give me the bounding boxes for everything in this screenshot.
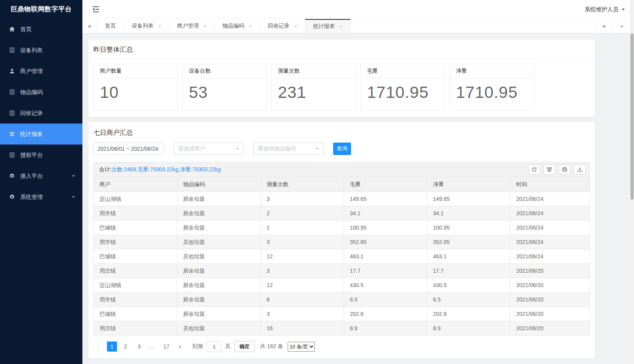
page-unit-label: 页 <box>225 343 231 350</box>
prev-page-button[interactable]: ‹ <box>93 341 103 352</box>
cell-net-weight: 463.1 <box>427 249 510 264</box>
cell-item-code: 厨余垃圾 <box>177 293 261 307</box>
stat-card-label: 毛重 <box>361 64 444 78</box>
cell-item-code: 其他垃圾 <box>177 321 261 335</box>
table-row: 周庄镇 其他垃圾 16 8.9 8.9 2021/06/20 <box>94 321 590 335</box>
tab[interactable]: 统计报表 × <box>305 19 351 33</box>
stat-card-label: 测量次数 <box>272 64 355 78</box>
cell-net-weight: 17.7 <box>427 264 510 278</box>
cell-measure-count: 2 <box>261 206 344 221</box>
totals-text: 合计:次数:2469,毛重:70303.22kg,净重:70303.22kg <box>99 166 221 173</box>
page-number-button[interactable]: 3 <box>134 341 144 352</box>
goto-page-input[interactable] <box>206 341 222 352</box>
tabs-scroll-right-button[interactable]: » <box>595 19 613 33</box>
table-tool-button[interactable] <box>574 164 586 175</box>
sidebar-item[interactable]: 接入平台 <box>0 165 82 186</box>
page-number-button[interactable]: ... <box>148 341 158 352</box>
table-tool-button[interactable] <box>559 164 571 175</box>
cell-measure-count: 3 <box>261 192 344 206</box>
sidebar-item-label: 物品编码 <box>20 89 43 96</box>
scrollbar-thumb[interactable] <box>631 33 634 200</box>
table-column-header: 毛重 <box>344 177 427 192</box>
stat-card-label: 设备台数 <box>183 64 266 78</box>
table-tool-button[interactable] <box>543 164 555 175</box>
cell-net-weight: 352.85 <box>427 235 510 249</box>
tab[interactable]: 设备列表 × <box>124 19 169 33</box>
collapse-sidebar-icon[interactable] <box>92 5 100 14</box>
table-header-row: 商户 物品编码 测量次数 毛重 净重 时间 <box>94 177 590 192</box>
vertical-scrollbar <box>630 0 634 364</box>
sidebar-item[interactable]: 商户管理 <box>0 61 82 82</box>
export-icon <box>577 167 583 172</box>
tab-label: 商户管理 <box>177 23 199 30</box>
page-number-button[interactable]: 2 <box>121 341 131 352</box>
stat-card-label: 商户数量 <box>94 64 177 78</box>
table-row: 淀山湖镇 厨余垃圾 12 430.5 430.5 2021/06/20 <box>94 278 590 293</box>
sidebar-item[interactable]: 物品编码 <box>0 82 82 103</box>
tab-bar: « 首页 × 设备列表 × 商户管理 × 物品编码 <box>82 19 630 33</box>
sidebar-item[interactable]: 授权平台 <box>0 145 82 165</box>
user-menu[interactable]: 系统维护人员 <box>585 6 625 13</box>
tab[interactable]: 物品编码 × <box>215 19 260 33</box>
close-icon[interactable]: × <box>249 24 252 29</box>
sidebar-item[interactable]: 设备列表 <box>0 40 82 61</box>
close-icon[interactable]: × <box>294 24 297 29</box>
close-icon[interactable]: × <box>204 24 207 29</box>
top-header: 系统维护人员 <box>82 0 630 19</box>
tabs-scroll-left-button[interactable]: « <box>82 19 97 33</box>
stat-card-value: 1710.95 <box>361 78 444 102</box>
confirm-page-button[interactable]: 确定 <box>234 341 255 352</box>
cell-item-code: 其他垃圾 <box>177 249 261 264</box>
table-toolbar: 合计:次数:2469,毛重:70303.22kg,净重:70303.22kg <box>94 162 590 177</box>
date-range-input[interactable] <box>93 143 164 155</box>
close-icon[interactable]: × <box>158 24 161 29</box>
next-page-button[interactable]: › <box>175 341 185 352</box>
table-row: 周市镇 厨余垃圾 2 34.1 34.1 2021/06/24 <box>94 206 590 221</box>
gear-icon <box>9 173 15 179</box>
stat-card-value: 10 <box>94 78 177 102</box>
totals-detail: 次数:2469,毛重:70303.22kg,净重:70303.22kg <box>112 166 221 172</box>
user-name: 系统维护人员 <box>585 6 618 13</box>
cell-measure-count: 2 <box>261 221 344 235</box>
page-size-select[interactable]: 10 条/页 <box>288 342 315 352</box>
page-number-button[interactable]: 17 <box>161 341 171 352</box>
tab[interactable]: 回收记录 × <box>260 19 306 33</box>
merchant-select[interactable]: 请选择商户 <box>174 143 244 155</box>
stat-card-value: 1710.95 <box>450 78 533 102</box>
cell-gross-weight: 202.8 <box>344 307 427 321</box>
cell-item-code: 厨余垃圾 <box>177 307 261 321</box>
table-column-header: 测量次数 <box>261 177 344 192</box>
cell-date: 2021/06/24 <box>510 221 590 235</box>
print-icon <box>562 167 568 172</box>
stat-cards: 商户数量 10 设备台数 53 测量次数 231 毛重 <box>89 59 595 117</box>
cell-gross-weight: 149.65 <box>344 192 427 206</box>
refresh-icon <box>531 167 537 172</box>
page-number-button[interactable]: 1 <box>107 341 117 352</box>
sidebar-item-label: 授权平台 <box>20 152 43 159</box>
tabs-dropdown-button[interactable] <box>613 19 630 33</box>
sidebar-item[interactable]: 系统管理 <box>0 186 82 207</box>
tabs: 首页 × 设备列表 × 商户管理 × 物品编码 × <box>97 19 595 33</box>
sidebar-item-label: 系统管理 <box>20 193 43 201</box>
cell-gross-weight: 8.9 <box>344 321 427 335</box>
table-column-header: 物品编码 <box>177 177 261 192</box>
tab[interactable]: 首页 × <box>97 19 124 33</box>
sidebar-item[interactable]: 统计报表 <box>0 124 82 145</box>
total-count-label: 共 162 条 <box>260 343 283 350</box>
cell-net-weight: 149.65 <box>427 192 510 206</box>
sidebar: 巨鼎物联网数字平台 首页 设备列表 商户管理 物品编码 <box>0 0 82 364</box>
table-tool-button[interactable] <box>528 164 540 175</box>
table-row: 淀山湖镇 厨余垃圾 3 149.65 149.65 2021/06/24 <box>94 192 590 206</box>
sidebar-item[interactable]: 首页 <box>0 19 82 40</box>
close-icon[interactable]: × <box>339 24 342 29</box>
caret-down-icon <box>621 7 625 12</box>
item-code-select[interactable]: 请选择物品编码 <box>253 143 323 155</box>
double-chevron-right-icon: » <box>603 23 606 30</box>
tab[interactable]: 商户管理 × <box>169 19 215 33</box>
cell-gross-weight: 352.85 <box>344 235 427 249</box>
table-row: 巴城镇 厨余垃圾 3 202.8 202.8 2021/06/20 <box>94 307 590 321</box>
cell-net-weight: 100.95 <box>427 221 510 235</box>
search-button[interactable]: 查询 <box>333 143 351 155</box>
sidebar-item[interactable]: 回收记录 <box>0 103 82 124</box>
sidebar-item-label: 首页 <box>20 26 31 33</box>
